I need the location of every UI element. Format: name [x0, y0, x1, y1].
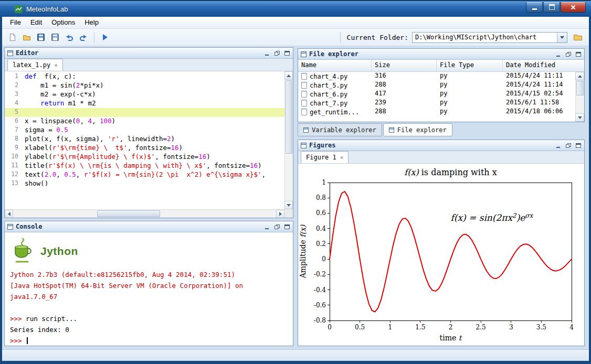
current-folder-dropdown-button[interactable] [557, 33, 567, 42]
file-explorer-panel-header[interactable]: File explorer [298, 49, 584, 60]
open-file-button[interactable] [20, 31, 33, 44]
panel-minimize-button[interactable] [264, 224, 270, 230]
editor-vertical-scrollbar[interactable] [284, 71, 293, 209]
code-line: 11title(r'$f(x) \ \rm{is \ damping \ wit… [5, 162, 284, 170]
panel-float-button[interactable] [565, 143, 572, 148]
file-row[interactable]: chart_5.py288py2015/4/24 11:14 [298, 81, 575, 90]
column-header-file-type[interactable]: File Type [437, 60, 503, 71]
vertical-scroll-thumb[interactable] [576, 81, 584, 95]
svg-text:3: 3 [509, 324, 513, 331]
code-line: 2 m1 = sin(2*pi*x) [5, 81, 284, 90]
vertical-scroll-thumb[interactable] [286, 80, 292, 154]
tab-close-icon[interactable]: × [340, 154, 344, 161]
file-name: chart_6.py [310, 91, 347, 98]
scroll-left-button[interactable] [5, 210, 13, 218]
scroll-up-button[interactable] [575, 72, 584, 80]
menu-help[interactable]: Help [80, 17, 103, 28]
svg-text:1.5: 1.5 [415, 324, 425, 331]
run-script-button[interactable] [99, 31, 111, 44]
menubar: File Edit Options Help [2, 17, 589, 29]
toolbar-separator [340, 32, 341, 42]
window-icon [7, 50, 13, 56]
jython-cup-icon [11, 238, 34, 265]
code-line: 5 [5, 108, 284, 117]
tab-close-icon[interactable]: × [54, 62, 58, 69]
menu-file[interactable]: File [5, 17, 26, 28]
panel-maximize-button[interactable] [284, 50, 290, 56]
panel-minimize-button[interactable] [555, 143, 562, 148]
panel-minimize-button[interactable] [264, 50, 270, 56]
panel-maximize-button[interactable] [284, 224, 290, 230]
editor-panel-title: Editor [16, 49, 38, 57]
scroll-down-button[interactable] [575, 113, 584, 122]
column-header-date-modified[interactable]: Date Modified [503, 60, 584, 71]
panel-maximize-button[interactable] [575, 51, 582, 57]
file-row[interactable]: chart_7.py239py2015/6/1 11:58 [298, 99, 575, 108]
current-folder-combobox[interactable]: D:\Working\MIScript\Jython\chart [412, 32, 567, 43]
editor-panel-header[interactable]: Editor [5, 48, 293, 59]
svg-text:1: 1 [388, 324, 392, 331]
window-title: MeteoInfoLab [26, 5, 68, 13]
file-rows[interactable]: chart_4.py316py2015/4/24 11:11chart_5.py… [298, 72, 575, 122]
console-panel-header[interactable]: Console [5, 221, 293, 232]
undo-button[interactable] [63, 31, 76, 44]
scrollbar-corner [284, 209, 293, 218]
figures-tabbar: Figure 1 × [298, 151, 584, 164]
column-header-size[interactable]: Size [372, 60, 437, 71]
svg-text:0.8: 0.8 [316, 194, 326, 201]
save-all-button[interactable] [49, 31, 61, 44]
file-row[interactable]: chart_6.py417py2015/4/15 02:54 [298, 90, 575, 99]
file-explorer-panel-controls [555, 51, 582, 57]
editor-horizontal-scrollbar[interactable] [5, 209, 284, 218]
file-row[interactable]: chart_4.py316py2015/4/24 11:11 [298, 72, 575, 81]
panel-float-button[interactable] [274, 224, 280, 230]
new-file-button[interactable] [6, 31, 19, 44]
panel-maximize-button[interactable] [575, 143, 582, 148]
line-number: 4 [5, 99, 25, 108]
toolbar: Current Folder: D:\Working\MIScript\Jyth… [2, 29, 589, 46]
menu-options[interactable]: Options [47, 17, 80, 28]
menu-edit[interactable]: Edit [26, 17, 47, 28]
console-body[interactable]: Jython Jython 2.7b3 (default:e81256215fb… [5, 232, 293, 346]
panel-float-button[interactable] [274, 50, 280, 56]
save-button[interactable] [35, 31, 47, 44]
window-icon [303, 127, 309, 133]
horizontal-scroll-thumb[interactable] [97, 210, 160, 217]
tab-file-explorer[interactable]: File explorer [383, 123, 452, 136]
redo-button[interactable] [77, 31, 90, 44]
editor-panel-controls [264, 50, 290, 56]
window-icon [389, 127, 394, 133]
tab-latex-1-py[interactable]: latex_1.py × [7, 59, 63, 71]
figures-panel-header[interactable]: Figures [298, 140, 584, 151]
explorer-vertical-scrollbar[interactable] [575, 72, 584, 122]
maximize-icon [549, 4, 555, 10]
current-folder-value[interactable]: D:\Working\MIScript\Jython\chart [413, 33, 557, 42]
tab-variable-explorer[interactable]: Variable explorer [298, 123, 382, 136]
figures-panel: Figures Figure 1 × 00.511.522.533.54-0.8… [298, 140, 585, 346]
scroll-down-button[interactable] [284, 201, 293, 209]
chevron-down-icon [560, 36, 564, 39]
svg-text:-0.2: -0.2 [314, 271, 326, 278]
column-header-name[interactable]: Name [298, 60, 372, 71]
console-output[interactable]: Jython 2.7b3 (default:e81256215fb0, Aug … [10, 269, 288, 346]
line-number: 12 [5, 170, 25, 179]
scroll-up-button[interactable] [284, 71, 293, 80]
window-icon [7, 224, 13, 230]
editor-tabbar: latex_1.py × [5, 59, 293, 71]
panel-float-button[interactable] [565, 51, 572, 57]
choose-folder-button[interactable] [571, 31, 585, 43]
close-button[interactable] [561, 2, 586, 13]
console-line [10, 302, 288, 313]
svg-text:0.2: 0.2 [316, 240, 326, 248]
figures-panel-title: Figures [309, 142, 336, 149]
maximize-button[interactable] [543, 2, 560, 13]
panel-minimize-button[interactable] [555, 51, 562, 57]
minimize-button[interactable] [526, 2, 543, 13]
tab-figure-1[interactable]: Figure 1 × [301, 151, 349, 163]
titlebar[interactable]: MeteoInfoLab [0, 0, 591, 17]
code-editor[interactable]: 1def f(x, c):2 m1 = sin(2*pi*x)3 m2 = ex… [5, 71, 293, 218]
scroll-right-button[interactable] [276, 210, 284, 218]
file-row[interactable]: get_runtim...288py2015/4/18 06:06 [298, 108, 575, 116]
code-lines[interactable]: 1def f(x, c):2 m1 = sin(2*pi*x)3 m2 = ex… [5, 72, 284, 209]
svg-text:-0.4: -0.4 [314, 286, 326, 294]
